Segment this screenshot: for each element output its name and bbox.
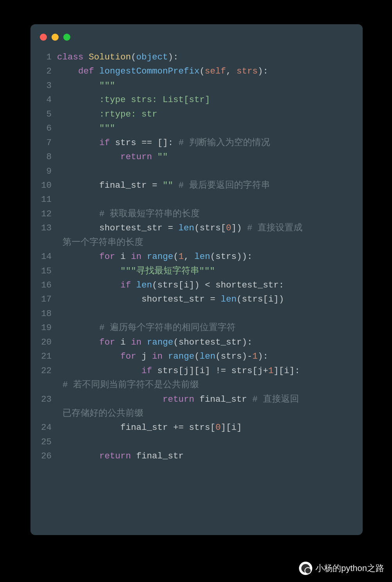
code-line: 12 # 获取最短字符串的长度 (30, 207, 356, 221)
line-number: 3 (30, 79, 57, 93)
line-number: 20 (30, 335, 57, 349)
code-line: 3 """ (30, 79, 356, 93)
code-window: 1class Solution(object):2 def longestCom… (30, 24, 363, 535)
line-number: 9 (30, 164, 57, 178)
line-number: 26 (30, 449, 57, 463)
code-line: 5 :rtype: str (30, 107, 356, 121)
code-line: 6 """ (30, 121, 356, 135)
line-number: 8 (30, 150, 57, 164)
watermark-text: 小杨的python之路 (315, 562, 384, 574)
code-line: 4 :type strs: List[str] (30, 93, 356, 107)
code-line: 14 for i in range(1, len(strs)): (30, 250, 356, 264)
line-number: 6 (30, 121, 57, 135)
line-number: 7 (30, 136, 57, 150)
line-number: 2 (30, 64, 57, 78)
code-line: 26 return final_str (30, 449, 356, 463)
watermark: 小杨的python之路 (299, 562, 384, 575)
code-line-wrap: # 若不同则当前字符不是公共前缀 (30, 378, 356, 392)
line-number: 25 (30, 435, 57, 449)
line-number: 23 (30, 392, 57, 406)
line-number: 19 (30, 321, 57, 335)
line-number: 14 (30, 250, 57, 264)
line-number: 5 (30, 107, 57, 121)
line-number: 13 (30, 221, 57, 235)
line-number: 15 (30, 264, 57, 278)
line-number: 24 (30, 420, 57, 435)
line-number: 17 (30, 292, 57, 306)
code-line-wrap: 第一个字符串的长度 (30, 235, 356, 250)
code-line: 18 (30, 307, 356, 321)
line-number: 4 (30, 93, 57, 107)
close-icon[interactable] (40, 34, 47, 41)
code-line: 13 shortest_str = len(strs[0]) # 直接设置成 (30, 221, 356, 235)
code-line-wrap: 已存储好的公共前缀 (30, 406, 356, 420)
code-line: 20 for i in range(shortest_str): (30, 335, 356, 349)
code-line: 7 if strs == []: # 判断输入为空的情况 (30, 136, 356, 150)
maximize-icon[interactable] (63, 34, 70, 41)
line-number: 12 (30, 207, 57, 221)
code-line: 15 """寻找最短字符串""" (30, 264, 356, 278)
line-number: 1 (30, 50, 57, 64)
mac-traffic-lights (30, 34, 363, 50)
code-line: 16 if len(strs[i]) < shortest_str: (30, 278, 356, 292)
code-line: 19 # 遍历每个字符串的相同位置字符 (30, 321, 356, 335)
code-line: 10 final_str = "" # 最后要返回的字符串 (30, 178, 356, 192)
code-line: 17 shortest_str = len(strs[i]) (30, 292, 356, 306)
code-line: 22 if strs[j][i] != strs[j+1][i]: (30, 364, 356, 378)
code-line: 2 def longestCommonPrefix(self, strs): (30, 64, 356, 78)
code-line: 9 (30, 164, 356, 178)
code-line: 23 return final_str # 直接返回 (30, 392, 356, 406)
line-number: 22 (30, 364, 57, 378)
code-line: 1class Solution(object): (30, 50, 356, 64)
code-block: 1class Solution(object):2 def longestCom… (30, 50, 363, 463)
line-number: 16 (30, 278, 57, 292)
code-line: 25 (30, 435, 356, 449)
minimize-icon[interactable] (52, 34, 59, 41)
line-number: 11 (30, 192, 57, 207)
line-number: 18 (30, 307, 57, 321)
code-line: 8 return "" (30, 150, 356, 164)
code-line: 24 final_str += strs[0][i] (30, 420, 356, 435)
line-number: 21 (30, 349, 57, 363)
line-number: 10 (30, 178, 57, 192)
wechat-icon (299, 562, 312, 575)
code-line: 21 for j in range(len(strs)-1): (30, 349, 356, 363)
code-line: 11 (30, 192, 356, 207)
